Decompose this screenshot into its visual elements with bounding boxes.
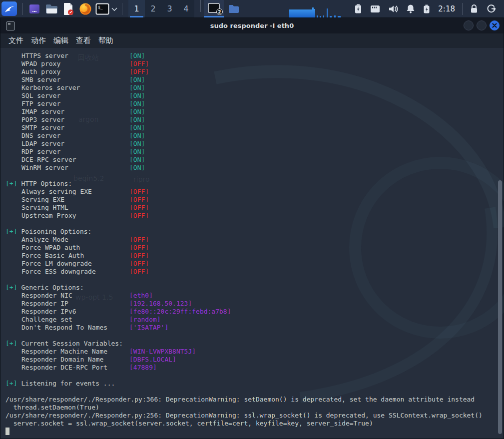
warning-line: thread.setDaemon(True) (5, 404, 504, 412)
status-badge: [ON] (129, 124, 145, 132)
clock[interactable]: 2:18 (438, 4, 455, 13)
close-button[interactable] (490, 20, 500, 30)
status-badge: [fe80::20c:29ff:febd:a7b8] (129, 308, 231, 316)
firefox-launcher[interactable] (78, 1, 93, 16)
text-editor-launcher[interactable] (61, 1, 76, 16)
status-badge: [WIN-LVWPXB8NT5J] (129, 348, 196, 356)
terminal-row: SMB server[ON] (5, 76, 504, 84)
terminal-row: Force LM downgrade[OFF] (5, 260, 504, 268)
launcher-expand-button[interactable] (111, 6, 118, 11)
status-badge: [ON] (129, 116, 145, 124)
section-header: [+]Generic Options: (5, 284, 504, 292)
terminal-row: WPAD proxy[OFF] (5, 60, 504, 68)
workspace-2[interactable]: 2 (145, 0, 161, 17)
status-badge: [OFF] (129, 196, 149, 204)
terminal-row: Serving HTML[OFF] (5, 204, 504, 212)
document-icon (62, 2, 74, 15)
terminal-row: SMTP server[ON] (5, 124, 504, 132)
terminal-row: FTP server[ON] (5, 100, 504, 108)
status-badge: [ON] (129, 84, 145, 92)
terminal-output[interactable]: HTTPS server[ON] WPAD proxy[OFF] Auth pr… (0, 48, 504, 439)
logout-icon[interactable] (487, 4, 496, 13)
section-header: [+]Current Session Variables: (5, 340, 504, 348)
terminal-icon: $_ (95, 3, 109, 15)
kali-logo-icon (3, 3, 15, 14)
status-badge: [OFF] (129, 260, 149, 268)
maximize-button[interactable] (477, 20, 487, 30)
terminal-row: Challenge set[random] (5, 316, 504, 324)
separator (122, 3, 122, 15)
terminal-row: Don't Respond To Names['ISATAP'] (5, 324, 504, 332)
separator (22, 3, 23, 15)
lock-screen-icon[interactable] (470, 4, 479, 13)
menu-view[interactable]: 查看 (76, 36, 91, 45)
volume-icon[interactable] (388, 4, 398, 13)
terminal-row: Responder Machine Name[WIN-LVWPXB8NT5J] (5, 348, 504, 356)
terminal-row: Analyze Mode[OFF] (5, 236, 504, 244)
terminal-row: Responder NIC[eth0] (5, 292, 504, 300)
terminal-row: Force ESS downgrade[OFF] (5, 268, 504, 276)
terminal-row: Upstream Proxy[OFF] (5, 212, 504, 220)
terminal-cursor (5, 428, 9, 435)
workspace-4[interactable]: 4 (178, 0, 194, 17)
terminal-row: Responder Domain Name[DBFS.LOCAL] (5, 356, 504, 364)
status-badge: [ON] (129, 132, 145, 140)
terminal-row: SQL server[ON] (5, 92, 504, 100)
status-badge: [eth0] (129, 292, 153, 300)
status-badge: [OFF] (129, 236, 149, 244)
workspace-1[interactable]: 1 (128, 0, 145, 17)
terminal-row: DNS server[ON] (5, 132, 504, 140)
workspace-switcher: 1 2 3 4 (128, 0, 194, 17)
folder-icon (228, 4, 239, 13)
listening-line: [+]Listening for events ... (5, 380, 504, 388)
menu-actions[interactable]: 动作 (31, 36, 46, 45)
cpu-graph[interactable] (288, 4, 343, 17)
file-manager-launcher[interactable] (44, 1, 59, 16)
section-header: [+]Poisoning Options: (5, 228, 504, 236)
terminal-row: WinRM server[ON] (5, 164, 504, 172)
terminal-row: DCE-RPC server[ON] (5, 156, 504, 164)
notifications-icon[interactable] (406, 4, 415, 13)
desktop-app-icon[interactable] (27, 1, 42, 16)
terminal-row: Responder IPv6[fe80::20c:29ff:febd:a7b8] (5, 308, 504, 316)
terminal-launcher[interactable]: $_ (95, 1, 110, 16)
terminal-row: POP3 server[ON] (5, 116, 504, 124)
status-badge: [OFF] (129, 188, 149, 196)
status-badge: [OFF] (129, 244, 149, 252)
status-badge: [ON] (129, 156, 145, 164)
terminal-task-button[interactable]: 2 (204, 0, 224, 17)
workspace-3[interactable]: 3 (161, 0, 178, 17)
status-badge: [ON] (129, 164, 145, 172)
status-badge: [ON] (129, 140, 145, 148)
status-badge: [ON] (129, 76, 145, 84)
window-count-badge: 2 (216, 8, 223, 15)
terminal-row: Always serving EXE[OFF] (5, 188, 504, 196)
power-manager-icon[interactable] (354, 4, 362, 13)
menu-help[interactable]: 帮助 (98, 36, 113, 45)
status-badge: [192.168.50.123] (129, 300, 192, 308)
status-badge: [DBFS.LOCAL] (129, 356, 176, 364)
window-title: sudo responder -I eth0 (0, 22, 504, 29)
menubar: 文件 动作 编辑 查看 帮助 (0, 33, 504, 48)
display-icon[interactable] (370, 5, 380, 13)
status-badge: [random] (129, 316, 161, 324)
file-manager-task-button[interactable] (224, 0, 244, 17)
terminal-row: Auth proxy[OFF] (5, 68, 504, 76)
titlebar[interactable]: sudo responder -I eth0 (0, 18, 504, 33)
menu-file[interactable]: 文件 (8, 36, 23, 45)
terminal-row: RDP server[ON] (5, 148, 504, 156)
status-badge: [ON] (129, 148, 145, 156)
svg-text:$_: $_ (98, 5, 103, 10)
status-badge: [OFF] (129, 212, 149, 220)
battery-icon[interactable] (423, 4, 430, 13)
kali-menu-button[interactable] (1, 1, 17, 16)
warning-line: /usr/share/responder/./Responder.py:366:… (5, 396, 504, 404)
system-tray: 2:18 (288, 0, 504, 17)
status-badge: [47889] (129, 364, 157, 372)
status-badge: [OFF] (129, 268, 149, 276)
status-badge: [OFF] (129, 60, 149, 68)
menu-edit[interactable]: 编辑 (53, 36, 68, 45)
minimize-button[interactable] (464, 20, 474, 30)
terminal-scrollbar[interactable] (498, 180, 502, 434)
terminal-row: Kerberos server[ON] (5, 84, 504, 92)
